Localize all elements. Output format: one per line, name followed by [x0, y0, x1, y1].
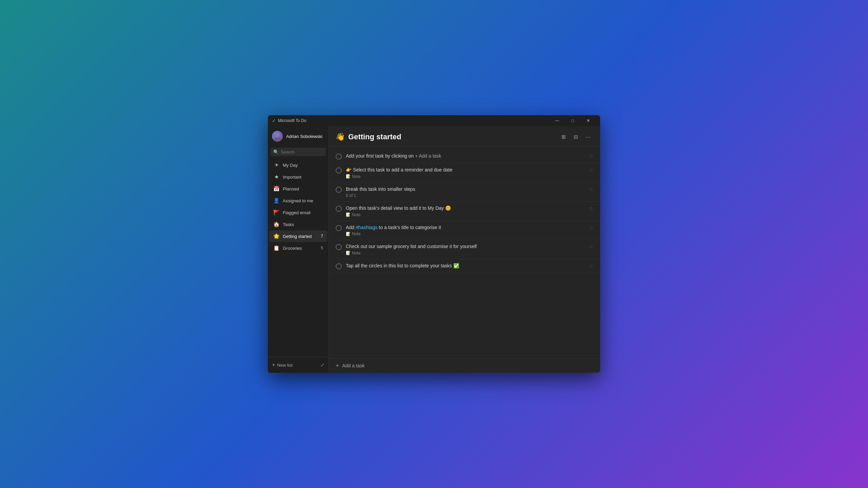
avatar — [272, 131, 283, 142]
task-subtitle: 📝 Note — [346, 251, 585, 256]
task-note-label: Note — [352, 174, 360, 179]
sidebar: Adrian Sobolewski 🔍 ☀ My Day ★ Important — [268, 126, 329, 373]
flagged-icon: 🚩 — [273, 209, 279, 216]
task-item[interactable]: Break this task into smaller steps 0 of … — [329, 183, 600, 202]
task-title: Break this task into smaller steps — [346, 186, 585, 193]
task-subtitle: 📝 Note — [346, 212, 585, 217]
panel-title: 👋 Getting started — [336, 133, 558, 141]
my-day-icon: ☀ — [273, 162, 279, 168]
more-options-button[interactable]: ⋯ — [583, 131, 593, 142]
expand-icon: ⤢ — [320, 362, 324, 368]
tasks-icon: 🏠 — [273, 221, 279, 227]
title-bar-logo: ✓ Microsoft To Do — [272, 118, 549, 123]
task-item[interactable]: Tap all the circles in this list to comp… — [329, 259, 600, 273]
grid-button[interactable]: ⊟ — [570, 131, 581, 142]
more-icon: ⋯ — [586, 134, 591, 140]
sort-button[interactable]: ⊞ — [558, 131, 569, 142]
task-content: 👉 Select this task to add a reminder and… — [346, 167, 585, 179]
minimize-button[interactable]: — — [549, 115, 565, 126]
main-content: Adrian Sobolewski 🔍 ☀ My Day ★ Important — [268, 126, 600, 373]
task-checkbox[interactable] — [336, 206, 342, 212]
maximize-button[interactable]: □ — [565, 115, 580, 126]
tasks-label: Tasks — [283, 222, 294, 227]
sidebar-item-my-day[interactable]: ☀ My Day — [269, 159, 327, 171]
groceries-label: Groceries — [283, 246, 302, 251]
search-input[interactable] — [281, 149, 323, 155]
note-icon: 📝 — [346, 174, 351, 179]
user-name: Adrian Sobolewski — [286, 134, 322, 139]
task-checkbox[interactable] — [336, 263, 342, 269]
getting-started-icon: 🌟 — [273, 233, 279, 239]
task-list: Add your first task by clicking on + Add… — [329, 147, 600, 358]
main-panel: 👋 Getting started ⊞ ⊟ ⋯ — [329, 126, 600, 373]
task-checkbox[interactable] — [336, 187, 342, 193]
sidebar-item-assigned[interactable]: 👤 Assigned to me — [269, 195, 327, 206]
task-checkbox[interactable] — [336, 244, 342, 250]
sort-icon: ⊞ — [561, 134, 566, 140]
task-note-label: Note — [352, 231, 360, 236]
new-list-button[interactable]: + New list — [269, 360, 295, 370]
sidebar-item-tasks[interactable]: 🏠 Tasks — [269, 219, 327, 230]
search-box[interactable]: 🔍 — [271, 148, 326, 156]
task-content: Break this task into smaller steps 0 of … — [346, 186, 585, 198]
task-subtitle: 📝 Note — [346, 231, 585, 236]
task-star[interactable]: ☆ — [589, 167, 593, 173]
task-title: Check out our sample grocery list and cu… — [346, 243, 585, 250]
app-logo-checkmark: ✓ — [272, 118, 276, 123]
task-item[interactable]: 👉 Select this task to add a reminder and… — [329, 163, 600, 183]
task-star[interactable]: ☆ — [589, 243, 593, 250]
search-icon: 🔍 — [273, 149, 279, 155]
panel-title-emoji: 👋 — [336, 133, 345, 141]
assigned-icon: 👤 — [273, 198, 279, 204]
title-bar-controls: — □ ✕ — [549, 115, 596, 126]
task-checkbox[interactable] — [336, 225, 342, 231]
task-checkbox[interactable] — [336, 167, 342, 174]
sidebar-item-groceries[interactable]: 📋 Groceries 5 — [269, 242, 327, 254]
task-star[interactable]: ☆ — [589, 186, 593, 192]
task-item[interactable]: Add your first task by clicking on + Add… — [329, 149, 600, 163]
task-star[interactable]: ☆ — [589, 224, 593, 231]
hashtag-text: #hashtags — [356, 225, 378, 230]
getting-started-label: Getting started — [283, 234, 312, 239]
panel-header: 👋 Getting started ⊞ ⊟ ⋯ — [329, 126, 600, 147]
sidebar-item-flagged[interactable]: 🚩 Flagged email — [269, 207, 327, 218]
task-title: 👉 Select this task to add a reminder and… — [346, 167, 585, 174]
important-label: Important — [283, 175, 301, 180]
task-item[interactable]: Add #hashtags to a task's title to categ… — [329, 221, 600, 240]
task-star[interactable]: ☆ — [589, 153, 593, 159]
user-profile[interactable]: Adrian Sobolewski — [268, 126, 329, 146]
task-star[interactable]: ☆ — [589, 205, 593, 211]
task-title: Tap all the circles in this list to comp… — [346, 263, 585, 269]
task-title: Open this task's detail view to add it t… — [346, 205, 585, 212]
close-button[interactable]: ✕ — [580, 115, 596, 126]
task-checkbox[interactable] — [336, 154, 342, 160]
add-task-footer-text: Add a task — [342, 363, 364, 368]
svg-point-0 — [275, 133, 280, 137]
task-content: Tap all the circles in this list to comp… — [346, 263, 585, 269]
sidebar-footer: + New list ⤢ — [268, 357, 329, 373]
sidebar-item-getting-started[interactable]: 🌟 Getting started 7 — [269, 230, 327, 242]
add-task-link-text: + Add a task — [415, 153, 441, 159]
my-day-label: My Day — [283, 163, 298, 168]
important-icon: ★ — [273, 174, 279, 180]
title-bar: ✓ Microsoft To Do — □ ✕ — [268, 115, 600, 126]
sidebar-item-planned[interactable]: 📅 Planned — [269, 183, 327, 195]
note-icon: 📝 — [346, 212, 351, 217]
sidebar-expand-button[interactable]: ⤢ — [318, 360, 327, 370]
task-item[interactable]: Check out our sample grocery list and cu… — [329, 240, 600, 259]
task-star[interactable]: ☆ — [589, 263, 593, 269]
task-steps-count: 0 of 1 — [346, 193, 356, 198]
planned-label: Planned — [283, 186, 299, 191]
task-item[interactable]: Open this task's detail view to add it t… — [329, 202, 600, 221]
task-note-label: Note — [352, 212, 360, 217]
panel-title-text: Getting started — [348, 133, 401, 141]
panel-actions: ⊞ ⊟ ⋯ — [558, 131, 593, 142]
new-list-plus-icon: + — [272, 362, 275, 368]
task-content: Open this task's detail view to add it t… — [346, 205, 585, 217]
title-bar-title: Microsoft To Do — [278, 118, 306, 123]
add-task-footer[interactable]: + Add a task — [329, 358, 600, 373]
sidebar-item-important[interactable]: ★ Important — [269, 171, 327, 183]
note-icon: 📝 — [346, 232, 351, 236]
app-window: ✓ Microsoft To Do — □ ✕ Adrian Sobolewsk… — [268, 115, 600, 373]
task-title: Add your first task by clicking on + Add… — [346, 153, 585, 160]
